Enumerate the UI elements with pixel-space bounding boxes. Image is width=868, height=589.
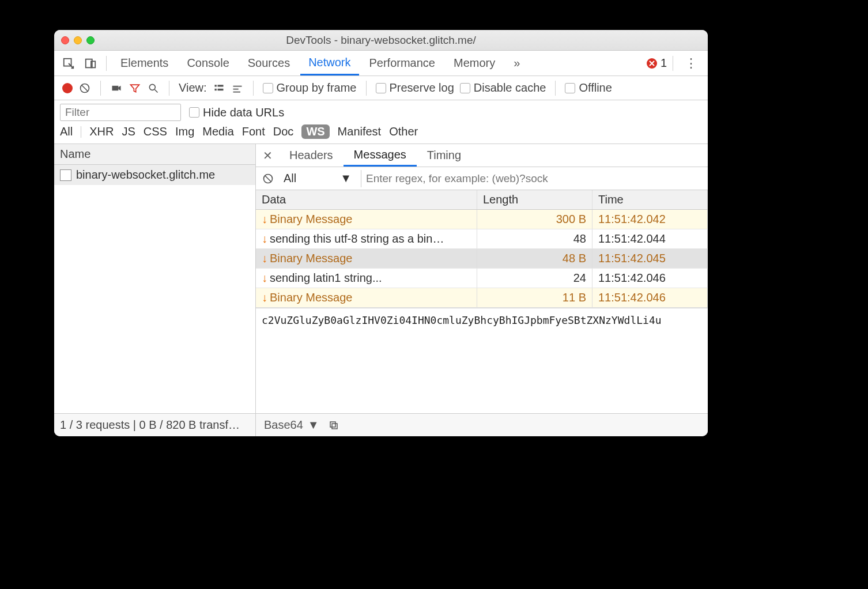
more-tabs-button[interactable]: » (505, 51, 528, 75)
filter-type-css[interactable]: CSS (144, 125, 167, 138)
message-row[interactable]: ↓Binary Message11 B11:51:42.046 (256, 288, 708, 308)
filter-type-js[interactable]: JS (122, 125, 135, 138)
filter-type-font[interactable]: Font (242, 125, 265, 138)
large-rows-icon[interactable] (213, 82, 225, 95)
filter-bar: Hide data URLs All XHR JS CSS Img Media … (54, 100, 708, 144)
toggle-device-icon[interactable] (81, 54, 100, 73)
message-row[interactable]: ↓Binary Message48 B11:51:42.045 (256, 249, 708, 269)
inspect-element-icon[interactable] (59, 54, 78, 73)
detail-pane: ✕ Headers Messages Timing All ▼ (256, 144, 708, 413)
filter-type-manifest[interactable]: Manifest (338, 125, 382, 138)
record-button[interactable] (62, 83, 73, 93)
svg-rect-6 (214, 85, 216, 86)
close-window-button[interactable] (61, 36, 69, 44)
filter-input[interactable] (60, 104, 181, 121)
messages-table-header: Data Length Time (256, 190, 708, 210)
message-payload[interactable]: c2VuZGluZyB0aGlzIHV0Zi04IHN0cmluZyBhcyBh… (256, 308, 708, 365)
direction-filter-select[interactable]: All ▼ (280, 170, 355, 187)
close-detail-button[interactable]: ✕ (256, 149, 279, 163)
tab-console[interactable]: Console (179, 51, 237, 75)
svg-rect-7 (217, 85, 223, 86)
encoding-select[interactable]: Base64 ▼ (264, 418, 319, 432)
chevron-down-icon: ▼ (308, 418, 319, 432)
filter-type-row: All XHR JS CSS Img Media Font Doc WS Man… (60, 124, 702, 142)
window-title: DevTools - binary-websocket.glitch.me/ (54, 34, 708, 47)
col-data[interactable]: Data (256, 190, 477, 209)
document-icon (60, 169, 71, 181)
subtab-headers[interactable]: Headers (279, 144, 344, 167)
separator (673, 56, 673, 71)
minimize-window-button[interactable] (74, 36, 82, 44)
camera-icon[interactable] (110, 82, 123, 95)
clear-messages-icon[interactable] (262, 172, 274, 185)
error-count: 1 (661, 56, 667, 70)
hide-data-urls-checkbox[interactable]: Hide data URLs (189, 106, 284, 119)
arrow-down-icon: ↓ (262, 213, 267, 226)
col-length[interactable]: Length (477, 190, 592, 209)
message-row[interactable]: ↓Binary Message300 B11:51:42.042 (256, 210, 708, 229)
tab-sources[interactable]: Sources (240, 51, 298, 75)
separator (169, 81, 169, 96)
separator (100, 81, 101, 96)
message-length: 48 (477, 229, 592, 248)
svg-rect-9 (217, 88, 223, 90)
tab-memory[interactable]: Memory (446, 51, 503, 75)
settings-menu-icon[interactable]: ⋮ (679, 56, 703, 71)
message-regex-input[interactable] (361, 170, 702, 187)
status-bar: 1 / 3 requests | 0 B / 820 B transf… Bas… (54, 413, 708, 436)
name-column-header[interactable]: Name (54, 144, 255, 165)
svg-point-5 (149, 84, 155, 90)
message-length: 300 B (477, 210, 592, 229)
filter-type-img[interactable]: Img (175, 125, 194, 138)
message-time: 11:51:42.046 (592, 269, 708, 288)
copy-icon[interactable] (327, 419, 340, 432)
preserve-log-checkbox[interactable]: Preserve log (376, 81, 454, 95)
tab-performance[interactable]: Performance (361, 51, 444, 75)
message-row[interactable]: ↓sending latin1 string...2411:51:42.046 (256, 269, 708, 288)
arrow-down-icon: ↓ (262, 291, 267, 304)
filter-type-all[interactable]: All (60, 125, 73, 138)
message-length: 11 B (477, 288, 592, 307)
message-data: Binary Message (270, 252, 352, 265)
svg-rect-11 (332, 424, 337, 429)
request-summary: 1 / 3 requests | 0 B / 820 B transf… (54, 414, 256, 436)
view-label: View: (179, 81, 207, 95)
overview-icon[interactable] (231, 82, 244, 95)
search-icon[interactable] (147, 82, 160, 95)
request-list-pane: Name binary-websocket.glitch.me (54, 144, 256, 413)
subtab-timing[interactable]: Timing (417, 144, 471, 167)
message-data: sending latin1 string... (270, 271, 382, 284)
col-time[interactable]: Time (592, 190, 708, 209)
zoom-window-button[interactable] (86, 36, 95, 44)
separator (106, 56, 107, 71)
filter-type-ws[interactable]: WS (301, 124, 329, 139)
error-count-badge[interactable]: 1 (647, 56, 667, 70)
separator (555, 81, 556, 96)
message-length: 48 B (477, 249, 592, 268)
request-row[interactable]: binary-websocket.glitch.me (54, 165, 255, 185)
devtools-window: DevTools - binary-websocket.glitch.me/ E… (54, 30, 708, 436)
filter-type-doc[interactable]: Doc (273, 125, 294, 138)
separator (253, 81, 254, 96)
filter-icon[interactable] (129, 82, 141, 95)
message-data: Binary Message (270, 213, 352, 225)
tab-network[interactable]: Network (300, 51, 358, 75)
error-icon (647, 58, 657, 69)
request-name: binary-websocket.glitch.me (76, 168, 215, 182)
svg-rect-12 (330, 422, 335, 427)
filter-type-media[interactable]: Media (202, 125, 233, 138)
messages-table: Data Length Time ↓Binary Message300 B11:… (256, 190, 708, 413)
message-time: 11:51:42.044 (592, 229, 708, 248)
filter-type-xhr[interactable]: XHR (89, 125, 114, 138)
clear-icon[interactable] (78, 82, 91, 95)
tab-elements[interactable]: Elements (112, 51, 176, 75)
messages-toolbar: All ▼ (256, 167, 708, 190)
disable-cache-checkbox[interactable]: Disable cache (460, 81, 546, 95)
network-toolbar: View: Group by frame Preserve log Disabl… (54, 76, 708, 100)
offline-checkbox[interactable]: Offline (565, 81, 612, 95)
filter-type-other[interactable]: Other (389, 125, 418, 138)
message-data: sending this utf-8 string as a bin… (270, 232, 444, 245)
subtab-messages[interactable]: Messages (344, 144, 417, 167)
group-by-frame-checkbox[interactable]: Group by frame (263, 81, 357, 95)
message-row[interactable]: ↓sending this utf-8 string as a bin…4811… (256, 229, 708, 249)
